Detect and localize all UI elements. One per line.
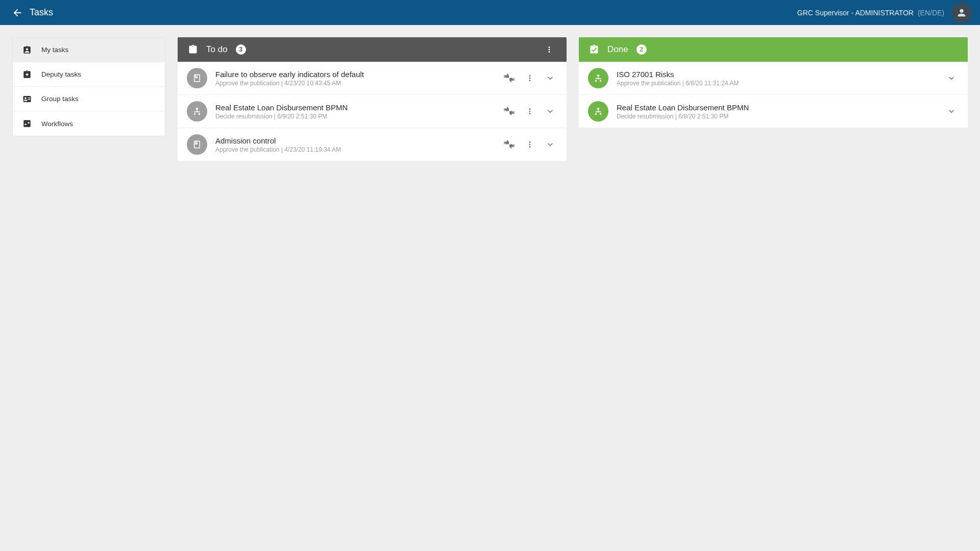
task-title: ISO 27001 Risks <box>617 70 936 79</box>
dots-vertical-icon <box>545 45 554 54</box>
task-row[interactable]: Admission control Approve the publicatio… <box>178 128 567 161</box>
task-list-done: ISO 27001 Risks Approve the publication … <box>579 62 968 128</box>
task-expand-button[interactable] <box>944 104 959 118</box>
book-icon <box>192 140 202 149</box>
task-list-todo: Failure to observe early indicators of d… <box>178 62 567 161</box>
chevron-down-icon <box>545 73 555 83</box>
task-row[interactable]: Real Estate Loan Disbursement BPMN Decid… <box>178 95 567 128</box>
dots-vertical-icon <box>525 107 534 116</box>
column-done: Done 2 ISO 27001 Risks Approve the publi… <box>579 37 968 161</box>
sidebar-item-deputy-tasks[interactable]: Deputy tasks <box>13 62 165 87</box>
clipboard-check-icon <box>589 44 599 55</box>
arrows-box-icon <box>22 119 32 128</box>
avatar[interactable] <box>951 3 972 23</box>
column-title: Done <box>607 44 628 55</box>
sidebar-item-label: Group tasks <box>41 95 79 103</box>
task-title: Real Estate Loan Disbursement BPMN <box>215 103 494 112</box>
sitemap-icon <box>594 107 603 116</box>
task-subtitle: Approve the publication | 4/23/20 10:43:… <box>215 80 494 87</box>
chevron-down-icon <box>545 106 555 116</box>
task-vote-button[interactable] <box>502 104 517 118</box>
body: My tasks Deputy tasks Group tasks Workfl… <box>0 25 980 173</box>
sidebar-item-my-tasks[interactable]: My tasks <box>13 38 165 62</box>
task-type-icon <box>187 101 207 122</box>
task-type-icon <box>588 68 608 88</box>
user-text: GRC Supervisor - ADMINISTRATOR (EN/DE) <box>797 9 944 17</box>
sidebar-item-workflows[interactable]: Workflows <box>13 111 165 136</box>
task-actions <box>502 104 557 118</box>
task-type-icon <box>187 134 207 155</box>
sitemap-icon <box>192 107 202 116</box>
book-icon <box>192 74 202 83</box>
chevron-down-icon <box>946 73 957 83</box>
arrow-left-icon <box>12 7 23 18</box>
column-title: To do <box>206 44 228 55</box>
task-type-icon <box>588 101 608 122</box>
page-title: Tasks <box>30 7 53 18</box>
sidebar-item-label: My tasks <box>41 46 68 54</box>
task-menu-button[interactable] <box>523 137 537 152</box>
clipboard-user-icon <box>22 45 32 55</box>
user-block: GRC Supervisor - ADMINISTRATOR (EN/DE) <box>797 3 972 23</box>
task-vote-button[interactable] <box>502 71 517 85</box>
app-header: Tasks GRC Supervisor - ADMINISTRATOR (EN… <box>0 0 980 25</box>
task-subtitle: Decide resubmission | 6/8/20 2:51:30 PM <box>617 113 936 120</box>
clipboard-plus-icon <box>22 70 32 79</box>
thumbs-icon <box>504 106 515 117</box>
contact-card-icon <box>22 94 32 104</box>
column-header-todo: To do 3 <box>178 37 567 62</box>
user-role: GRC Supervisor - ADMINISTRATOR <box>797 9 914 17</box>
task-menu-button[interactable] <box>523 104 537 118</box>
task-row[interactable]: ISO 27001 Risks Approve the publication … <box>579 62 968 95</box>
dots-vertical-icon <box>525 140 534 149</box>
task-expand-button[interactable] <box>944 71 959 85</box>
column-todo: To do 3 Failure to observe early indicat… <box>178 37 567 161</box>
chevron-down-icon <box>545 139 555 150</box>
column-header-done: Done 2 <box>579 37 968 62</box>
task-menu-button[interactable] <box>523 71 537 85</box>
thumbs-icon <box>504 73 515 84</box>
thumbs-icon <box>504 139 515 150</box>
task-actions <box>944 104 959 118</box>
task-row[interactable]: Real Estate Loan Disbursement BPMN Decid… <box>579 95 968 128</box>
sidebar-item-label: Workflows <box>41 120 73 128</box>
task-subtitle: Approve the publication | 6/8/20 11:31:2… <box>617 80 936 87</box>
task-row[interactable]: Failure to observe early indicators of d… <box>178 62 567 95</box>
person-icon <box>956 7 967 18</box>
task-expand-button[interactable] <box>543 104 557 118</box>
task-title: Failure to observe early indicators of d… <box>215 70 494 79</box>
clipboard-icon <box>188 44 198 55</box>
task-actions <box>502 71 557 85</box>
task-title: Admission control <box>215 136 494 145</box>
task-expand-button[interactable] <box>543 137 557 152</box>
sidebar: My tasks Deputy tasks Group tasks Workfl… <box>12 37 165 136</box>
back-button[interactable] <box>8 4 27 22</box>
task-expand-button[interactable] <box>543 71 557 85</box>
task-subtitle: Approve the publication | 4/23/20 11:19:… <box>215 146 494 153</box>
sidebar-item-label: Deputy tasks <box>41 70 81 78</box>
task-actions <box>502 137 557 152</box>
count-badge: 3 <box>236 44 246 55</box>
columns: To do 3 Failure to observe early indicat… <box>178 37 968 161</box>
chevron-down-icon <box>946 106 957 116</box>
task-vote-button[interactable] <box>502 137 517 152</box>
task-title: Real Estate Loan Disbursement BPMN <box>617 103 936 112</box>
task-subtitle: Decide resubmission | 6/9/20 2:51:30 PM <box>215 113 494 120</box>
column-menu-button[interactable] <box>542 42 556 57</box>
count-badge: 2 <box>636 44 647 55</box>
sidebar-item-group-tasks[interactable]: Group tasks <box>13 87 165 111</box>
user-lang: (EN/DE) <box>918 9 944 17</box>
sitemap-icon <box>594 74 603 83</box>
task-actions <box>944 71 959 85</box>
task-type-icon <box>187 68 207 88</box>
dots-vertical-icon <box>525 74 534 83</box>
